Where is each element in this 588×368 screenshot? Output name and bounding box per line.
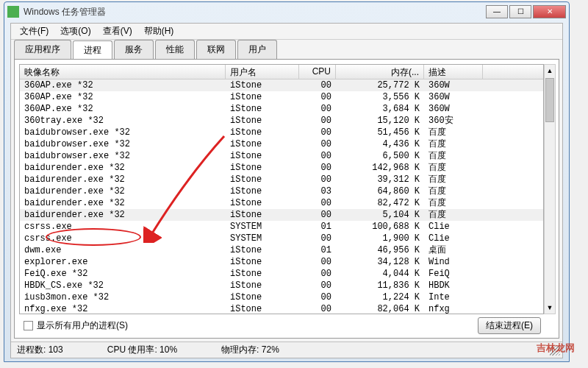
titlebar[interactable]: Windows 任务管理器 — ☐ ✕ xyxy=(4,2,569,21)
cell-cpu: 03 xyxy=(299,185,336,197)
app-icon xyxy=(7,6,19,18)
tab-services[interactable]: 服务 xyxy=(114,40,154,59)
table-row[interactable]: baidurender.exe *32iStone0082,472 K百度 xyxy=(20,197,543,209)
table-row[interactable]: iusb3mon.exe *32iStone001,224 KInte xyxy=(20,291,543,303)
vertical-scrollbar[interactable]: ▲ ▼ xyxy=(544,64,556,314)
cell-mem: 64,860 K xyxy=(336,185,424,197)
cell-name: 360tray.exe *32 xyxy=(20,115,226,127)
bottom-controls: 显示所有用户的进程(S) 结束进程(E) xyxy=(24,317,541,333)
cell-name: baidubrowser.exe *32 xyxy=(20,127,226,138)
cell-cpu: 01 xyxy=(299,244,336,256)
cell-mem: 1,900 K xyxy=(336,233,424,244)
cell-name: nfxg.exe *32 xyxy=(20,303,226,314)
cell-cpu: 00 xyxy=(299,162,336,174)
menu-file[interactable]: 文件(F) xyxy=(14,24,54,39)
cell-name: csrss.exe xyxy=(20,221,226,233)
process-listview[interactable]: 映像名称 用户名 CPU 内存(... 描述 360AP.exe *32iSto… xyxy=(19,64,544,314)
table-row[interactable]: csrss.exeSYSTEM01100,688 KClie xyxy=(20,221,543,233)
column-header-desc[interactable]: 描述 xyxy=(424,65,483,79)
table-row[interactable]: 360tray.exe *32iStone0015,120 K360安 xyxy=(20,115,543,127)
cell-desc: 360W xyxy=(424,79,483,91)
table-row[interactable]: baidurender.exe *32iStone005,104 K百度 xyxy=(20,209,543,221)
cell-cpu: 00 xyxy=(299,174,336,185)
cell-cpu: 00 xyxy=(299,209,336,221)
menu-view[interactable]: 查看(V) xyxy=(97,24,138,39)
listview-body[interactable]: 360AP.exe *32iStone0025,772 K360W360AP.e… xyxy=(20,79,543,314)
column-header-name[interactable]: 映像名称 xyxy=(20,65,226,79)
tab-content: 映像名称 用户名 CPU 内存(... 描述 360AP.exe *32iSto… xyxy=(14,59,559,339)
cell-cpu: 00 xyxy=(299,291,336,303)
cell-desc: 百度 xyxy=(424,127,483,138)
table-row[interactable]: baidubrowser.exe *32iStone0051,456 K百度 xyxy=(20,127,543,138)
task-manager-window: Windows 任务管理器 — ☐ ✕ 文件(F) 选项(O) 查看(V) 帮助… xyxy=(4,1,570,362)
cell-name: baidurender.exe *32 xyxy=(20,209,226,221)
cell-mem: 39,312 K xyxy=(336,174,424,185)
column-header-cpu[interactable]: CPU xyxy=(299,65,336,79)
column-header-user[interactable]: 用户名 xyxy=(226,65,299,79)
window-client-area: 文件(F) 选项(O) 查看(V) 帮助(H) 应用程序 进程 服务 性能 联网… xyxy=(10,23,563,358)
cell-user: iStone xyxy=(226,162,299,174)
show-all-users-option[interactable]: 显示所有用户的进程(S) xyxy=(24,319,128,332)
cell-desc: 百度 xyxy=(424,185,483,197)
scroll-up-icon[interactable]: ▲ xyxy=(545,65,555,77)
cell-user: iStone xyxy=(226,209,299,221)
cell-desc: HBDK xyxy=(424,280,483,291)
window-controls: — ☐ ✕ xyxy=(484,5,566,18)
minimize-button[interactable]: — xyxy=(486,5,508,18)
cell-desc: FeiQ xyxy=(424,268,483,280)
scroll-thumb[interactable] xyxy=(545,78,554,122)
cell-name: dwm.exe xyxy=(20,244,226,256)
table-row[interactable]: dwm.exeiStone0146,956 K桌面 xyxy=(20,244,543,256)
cell-name: 360AP.exe *32 xyxy=(20,79,226,91)
tabstrip: 应用程序 进程 服务 性能 联网 用户 xyxy=(11,40,562,59)
table-row[interactable]: csrss.exeSYSTEM001,900 KClie xyxy=(20,233,543,244)
cell-desc: 360安 xyxy=(424,115,483,127)
cell-user: iStone xyxy=(226,280,299,291)
table-row[interactable]: baidurender.exe *32iStone0364,860 K百度 xyxy=(20,185,543,197)
tab-processes[interactable]: 进程 xyxy=(73,40,112,60)
menu-help[interactable]: 帮助(H) xyxy=(138,24,180,39)
cell-user: iStone xyxy=(226,115,299,127)
tab-users[interactable]: 用户 xyxy=(237,40,277,59)
table-row[interactable]: 360AP.exe *32iStone003,684 K360W xyxy=(20,103,543,115)
menu-options[interactable]: 选项(O) xyxy=(54,24,96,39)
tab-network[interactable]: 联网 xyxy=(196,40,236,59)
table-row[interactable]: 360AP.exe *32iStone0025,772 K360W xyxy=(20,79,543,91)
cell-cpu: 00 xyxy=(299,91,336,103)
cell-desc: 360W xyxy=(424,103,483,115)
table-row[interactable]: nfxg.exe *32iStone0082,064 Knfxg xyxy=(20,303,543,314)
cell-user: iStone xyxy=(226,79,299,91)
cell-user: iStone xyxy=(226,244,299,256)
cell-name: FeiQ.exe *32 xyxy=(20,268,226,280)
cell-mem: 1,224 K xyxy=(336,291,424,303)
end-process-button[interactable]: 结束进程(E) xyxy=(478,317,541,334)
cell-desc: Inte xyxy=(424,291,483,303)
table-row[interactable]: baidubrowser.exe *32iStone006,500 K百度 xyxy=(20,150,543,162)
scroll-down-icon[interactable]: ▼ xyxy=(545,302,555,314)
cell-desc: 百度 xyxy=(424,150,483,162)
watermark: 吉林龙网 xyxy=(537,342,575,355)
tab-performance[interactable]: 性能 xyxy=(155,40,195,59)
maximize-button[interactable]: ☐ xyxy=(509,5,531,18)
cell-mem: 82,472 K xyxy=(336,197,424,209)
cell-mem: 51,456 K xyxy=(336,127,424,138)
table-row[interactable]: HBDK_CS.exe *32iStone0011,836 KHBDK xyxy=(20,280,543,291)
cell-desc: 桌面 xyxy=(424,244,483,256)
cell-cpu: 00 xyxy=(299,127,336,138)
cell-mem: 82,064 K xyxy=(336,303,424,314)
cell-cpu: 00 xyxy=(299,115,336,127)
cell-name: baidubrowser.exe *32 xyxy=(20,138,226,150)
table-row[interactable]: explorer.exeiStone0034,128 KWind xyxy=(20,256,543,268)
cell-user: iStone xyxy=(226,103,299,115)
table-row[interactable]: baidurender.exe *32iStone00142,968 K百度 xyxy=(20,162,543,174)
table-row[interactable]: baidubrowser.exe *32iStone004,436 K百度 xyxy=(20,138,543,150)
table-row[interactable]: baidurender.exe *32iStone0039,312 K百度 xyxy=(20,174,543,185)
cell-desc: Clie xyxy=(424,221,483,233)
table-row[interactable]: 360AP.exe *32iStone003,556 K360W xyxy=(20,91,543,103)
table-row[interactable]: FeiQ.exe *32iStone004,044 KFeiQ xyxy=(20,268,543,280)
cell-user: iStone xyxy=(226,291,299,303)
show-all-users-checkbox[interactable] xyxy=(24,321,33,330)
column-header-mem[interactable]: 内存(... xyxy=(336,65,424,79)
tab-applications[interactable]: 应用程序 xyxy=(14,40,71,59)
close-button[interactable]: ✕ xyxy=(533,5,566,18)
